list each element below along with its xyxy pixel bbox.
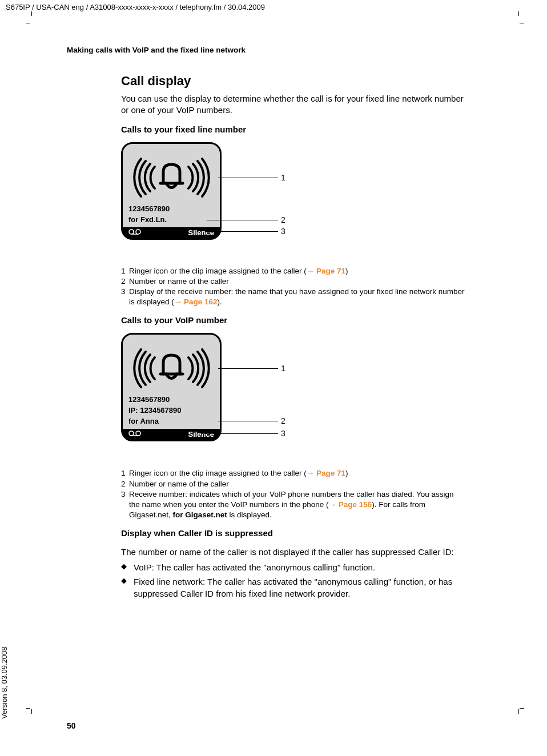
phone-display: 1234567890 for Fxd.Ln. Silence <box>121 142 222 240</box>
receive-line: for Fxd.Ln. <box>123 214 220 225</box>
svg-point-4 <box>136 431 140 436</box>
suppressed-paragraph: The number or name of the caller is not … <box>121 546 466 558</box>
figure-legend: 1Ringer icon or the clip image assigned … <box>121 468 466 520</box>
bullet-list: ◆VoIP: The caller has activated the "ano… <box>121 561 466 600</box>
bullet-marker: ◆ <box>121 576 134 600</box>
gigaset-label: for Gigaset.net <box>173 510 227 519</box>
running-header: Making calls with VoIP and the fixed lin… <box>67 46 466 54</box>
figure-voip-call: 1234567890 IP: 1234567890 for Anna Silen… <box>121 333 466 461</box>
callout-number: 1 <box>281 173 285 182</box>
ringer-icon <box>123 151 220 203</box>
section-title-call-display: Call display <box>121 74 466 89</box>
callout-line <box>201 433 278 434</box>
page-link[interactable]: → Page 162 <box>174 297 218 306</box>
callout-line <box>218 178 278 178</box>
softkey-silence: Silence <box>188 228 214 237</box>
callout-number: 3 <box>281 227 285 236</box>
page-number: 50 <box>67 721 76 730</box>
bullet-item: ◆Fixed line network: The caller has acti… <box>121 576 466 600</box>
page-link[interactable]: → Page 71 <box>307 469 345 477</box>
doc-header-path: S675IP / USA-CAN eng / A31008-xxxx-xxxx-… <box>6 3 265 11</box>
softkey-bar: Silence <box>123 429 220 440</box>
legend-num: 3 <box>121 489 129 521</box>
receive-line: for Anna <box>123 416 220 427</box>
svg-point-3 <box>129 431 134 436</box>
legend-text: Display of the receive number: the name … <box>129 287 466 307</box>
figure-legend: 1Ringer icon or the clip image assigned … <box>121 266 466 308</box>
phone-display: 1234567890 IP: 1234567890 for Anna Silen… <box>121 333 222 441</box>
bullet-text: VoIP: The caller has activated the "anon… <box>134 561 466 573</box>
callout-number: 1 <box>281 364 285 373</box>
callout-line <box>218 368 278 369</box>
subhead-fixed-line: Calls to your fixed line number <box>121 124 466 134</box>
legend-text: Ringer icon or the clip image assigned t… <box>129 266 466 276</box>
legend-text: Ringer icon or the clip image assigned t… <box>129 468 466 478</box>
callout-number: 2 <box>281 215 285 224</box>
legend-num: 2 <box>121 276 129 287</box>
legend-num: 2 <box>121 479 129 489</box>
subhead-suppressed: Display when Caller ID is suppressed <box>121 528 466 538</box>
ip-number: IP: 1234567890 <box>123 405 220 416</box>
bullet-text: Fixed line network: The caller has activ… <box>134 576 466 600</box>
callout-line <box>218 421 278 421</box>
version-label: Version 8, 03.09.2008 <box>0 647 9 719</box>
callout-number: 2 <box>281 416 285 425</box>
legend-text: Receive number: indicates which of your … <box>129 489 466 521</box>
voicemail-icon <box>128 430 141 439</box>
caller-number: 1234567890 <box>123 203 220 214</box>
callout-number: 3 <box>281 429 285 438</box>
legend-num: 1 <box>121 468 129 478</box>
softkey-bar: Silence <box>123 227 220 238</box>
intro-paragraph: You can use the display to determine whe… <box>121 93 466 116</box>
subhead-voip: Calls to your VoIP number <box>121 315 466 325</box>
legend-text: Number or name of the caller <box>129 276 466 287</box>
legend-text: Number or name of the caller <box>129 479 466 489</box>
svg-point-1 <box>136 230 140 234</box>
legend-num: 1 <box>121 266 129 276</box>
softkey-silence: Silence <box>188 430 214 439</box>
figure-fixed-line-call: 1234567890 for Fxd.Ln. Silence 1 2 3 <box>121 142 466 259</box>
page-link[interactable]: → Page 156 <box>328 500 372 509</box>
ringer-icon <box>123 341 220 394</box>
legend-num: 3 <box>121 287 129 307</box>
callout-line <box>207 220 278 220</box>
voicemail-icon <box>128 228 141 237</box>
svg-point-0 <box>129 230 134 234</box>
caller-number: 1234567890 <box>123 394 220 405</box>
bullet-item: ◆VoIP: The caller has activated the "ano… <box>121 561 466 573</box>
page-link[interactable]: → Page 71 <box>307 267 345 275</box>
bullet-marker: ◆ <box>121 561 134 573</box>
callout-line <box>207 231 278 232</box>
